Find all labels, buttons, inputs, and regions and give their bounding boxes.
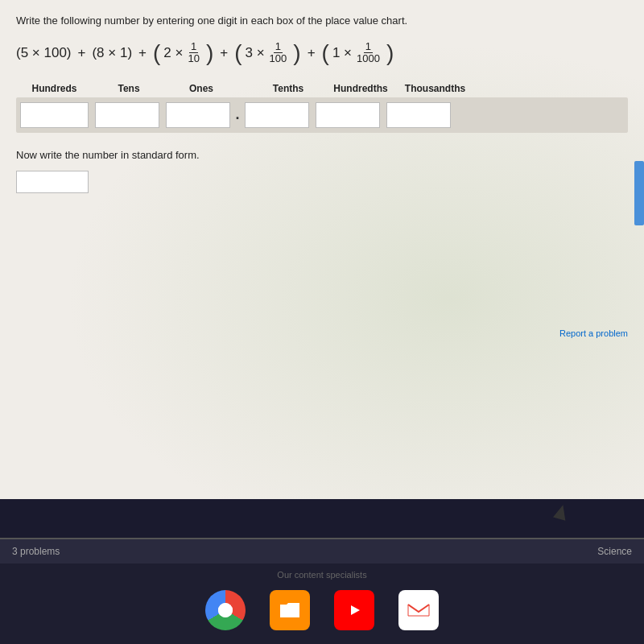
input-thousandths[interactable]	[386, 102, 451, 128]
instruction-text: Write the following number by entering o…	[16, 14, 628, 27]
open-paren-3: (	[322, 42, 329, 64]
plus3: +	[220, 45, 228, 61]
frac1-numerator: 1	[189, 41, 198, 53]
place-value-section: Hundreds Tens Ones Tenths Hundredths Tho…	[16, 83, 628, 133]
header-hundreds: Hundreds	[16, 83, 93, 94]
header-ones: Ones	[165, 83, 237, 94]
open-paren-2: (	[234, 42, 242, 64]
term3-prefix: 2 ×	[163, 45, 183, 61]
decimal-dot: .	[230, 106, 245, 123]
plus1: +	[78, 45, 86, 61]
term1: (5 × 100)	[16, 45, 72, 61]
place-value-row: .	[16, 97, 628, 133]
scroll-indicator[interactable]	[634, 161, 644, 225]
fraction-3: 1 1000	[355, 41, 382, 65]
cursor-arrow	[553, 503, 569, 521]
main-content-area: Write the following number by entering o…	[0, 0, 644, 499]
plus4: +	[308, 45, 316, 61]
input-tenths[interactable]	[245, 102, 309, 128]
header-tens: Tens	[93, 83, 165, 94]
fraction-2: 1 100	[268, 41, 289, 65]
frac2-denominator: 100	[268, 53, 289, 64]
gmail-app-icon[interactable]	[398, 590, 439, 630]
close-paren-2: )	[293, 42, 300, 64]
standard-form-label: Now write the number in standard form.	[16, 149, 628, 161]
frac1-denominator: 10	[186, 53, 200, 64]
place-value-headers: Hundreds Tens Ones Tenths Hundredths Tho…	[16, 83, 628, 94]
science-label: Science	[597, 546, 632, 557]
close-paren-3: )	[386, 42, 394, 64]
header-tenths: Tenths	[252, 83, 324, 94]
footer-bar: Our content specialists	[0, 564, 644, 644]
bottom-status-bar: 3 problems Science	[0, 539, 644, 564]
term2: (8 × 1)	[92, 45, 132, 61]
chrome-app-icon[interactable]	[205, 590, 246, 630]
frac2-numerator: 1	[274, 41, 283, 53]
open-paren-1: (	[153, 42, 160, 64]
header-hundredths: Hundredths	[324, 83, 397, 94]
plus2: +	[138, 45, 147, 61]
input-ones[interactable]	[166, 102, 230, 128]
input-hundreds[interactable]	[20, 102, 89, 128]
input-tens[interactable]	[95, 102, 159, 128]
fraction-1: 1 10	[186, 41, 200, 65]
frac3-numerator: 1	[364, 41, 373, 53]
math-expression: (5 × 100) + (8 × 1) + ( 2 × 1 10 ) + ( 3…	[16, 41, 628, 65]
youtube-app-icon[interactable]	[334, 590, 374, 630]
term5: 1 × 1 1000	[332, 41, 383, 65]
files-app-icon[interactable]	[270, 590, 310, 630]
frac3-denominator: 1000	[355, 53, 382, 64]
standard-form-input[interactable]	[16, 171, 89, 193]
term4-prefix: 3 ×	[246, 45, 265, 61]
standard-form-section: Now write the number in standard form.	[16, 149, 628, 193]
problems-count: 3 problems	[12, 546, 60, 557]
header-thousandths: Thousandths	[397, 83, 473, 94]
close-paren-1: )	[206, 42, 213, 64]
input-hundredths[interactable]	[316, 102, 380, 128]
report-problem-link[interactable]: Report a problem	[559, 328, 628, 338]
footer-content-label: Our content specialists	[277, 570, 366, 580]
term5-prefix: 1 ×	[332, 45, 352, 61]
term4: 3 × 1 100	[246, 41, 291, 65]
term3: 2 × 1 10	[163, 41, 203, 65]
svg-marker-0	[351, 605, 360, 615]
